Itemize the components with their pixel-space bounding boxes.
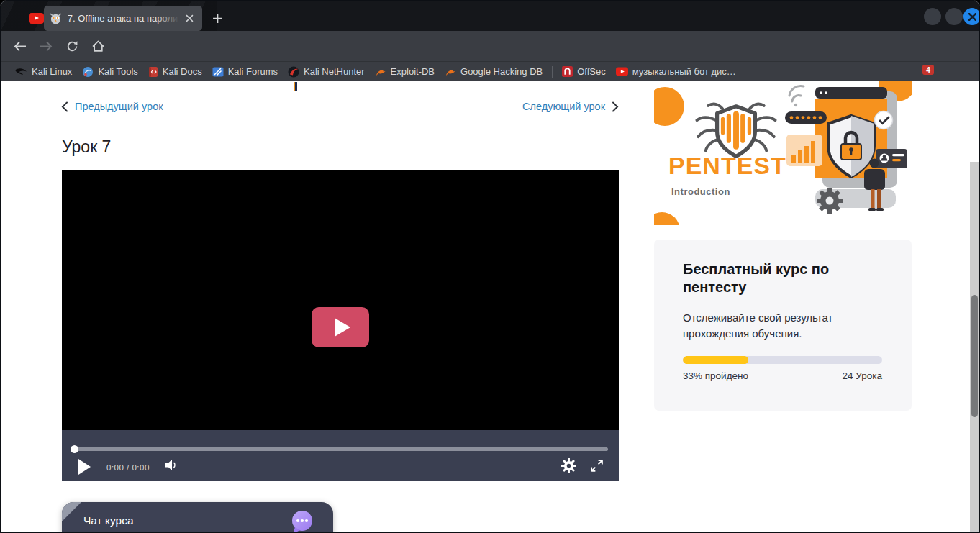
bookmark-label: музыкальный бот дис… (632, 66, 736, 77)
settings-gear-icon (561, 458, 576, 473)
previous-lesson-link[interactable]: Предыдущий урок (61, 101, 163, 112)
course-card-description: Отслеживайте свой результат прохождения … (683, 310, 884, 342)
lesson-title: Урок 7 (62, 137, 111, 157)
cutoff-heading-fragment (294, 82, 297, 91)
ghdb-bird-icon (445, 67, 456, 77)
next-lesson-label: Следующий урок (522, 101, 605, 112)
chevron-right-icon (612, 101, 619, 112)
bookmark-label: Kali Tools (98, 66, 137, 77)
security-illustration (785, 83, 912, 224)
extension-badge: 4 (922, 65, 934, 75)
offsec-icon (562, 66, 573, 77)
course-progress-fill (683, 356, 748, 364)
decor-circle (654, 212, 680, 225)
decor-circle (654, 87, 684, 126)
video-volume-button[interactable] (165, 459, 179, 474)
kali-tools-icon (82, 66, 94, 78)
tab-active[interactable]: 7. Offline атака на пароли (44, 6, 202, 31)
bookmark-offsec[interactable]: OffSec (557, 64, 611, 79)
kali-docs-icon (148, 66, 158, 78)
bookmark-label: Kali Linux (32, 66, 72, 77)
course-progress-bar (683, 356, 882, 364)
bookmark-label: Kali Docs (163, 66, 202, 77)
home-button[interactable] (88, 36, 108, 56)
kali-dragon-icon (14, 67, 27, 76)
bookmark-kali-docs[interactable]: Kali Docs (143, 64, 207, 80)
course-promo-image: PENTEST Introduction (654, 81, 912, 225)
chevron-left-icon (61, 101, 68, 112)
course-chat-widget[interactable]: Чат курса (62, 502, 333, 533)
bookmark-kali-forums[interactable]: Kali Forums (207, 64, 283, 80)
window-maximize-button[interactable] (945, 8, 963, 25)
volume-icon (165, 459, 179, 471)
browser-window: 7. Offline атака на пароли (0, 0, 980, 533)
exploit-db-bird-icon (375, 67, 386, 77)
close-icon (968, 13, 976, 21)
codeby-owl-favicon-icon (50, 12, 62, 24)
youtube-icon (616, 67, 628, 76)
chat-corner-fold (62, 502, 81, 521)
bookmark-label: Exploit-DB (391, 66, 435, 77)
bookmark-exploit-db[interactable]: Exploit-DB (370, 64, 440, 79)
bookmarks-separator (552, 66, 553, 78)
reload-icon (66, 40, 78, 53)
back-arrow-icon (14, 41, 27, 52)
forward-arrow-icon (40, 41, 53, 52)
video-area[interactable] (62, 170, 619, 430)
next-lesson-link[interactable]: Следующий урок (522, 101, 619, 112)
bookmark-music-bot[interactable]: музыкальный бот дис… (611, 64, 741, 79)
video-seek-bar[interactable] (73, 447, 608, 451)
course-progress-card: Бесплатный курс по пентесту Отслеживайте… (654, 240, 912, 411)
previous-lesson-label: Предыдущий урок (75, 101, 163, 112)
chat-title: Чат курса (83, 514, 134, 527)
page-scrollbar-thumb[interactable] (971, 295, 978, 417)
bookmark-label: OffSec (577, 66, 606, 77)
video-player: 0:00 / 0:00 (62, 170, 619, 481)
reload-button[interactable] (62, 36, 82, 56)
navigation-toolbar: https://codeby.school/training/view/urok… (1, 31, 980, 61)
youtube-icon (29, 13, 44, 24)
pinned-tab-youtube[interactable] (27, 12, 45, 24)
tab-bar: 7. Offline атака на пароли (1, 1, 980, 31)
video-big-play-button[interactable] (312, 307, 369, 347)
page-scrollbar-track[interactable] (970, 162, 979, 533)
plus-icon (212, 13, 223, 24)
video-time-display: 0:00 / 0:00 (106, 463, 150, 472)
progress-percent-label: 33% пройдено (683, 370, 748, 381)
close-icon (186, 14, 194, 22)
video-controls-bar: 0:00 / 0:00 (62, 430, 619, 481)
window-close-button[interactable] (963, 8, 980, 25)
promo-subtitle: Introduction (671, 186, 730, 197)
bookmark-kali-linux[interactable]: Kali Linux (9, 64, 77, 79)
page-content: Предыдущий урок Следующий урок Урок 7 0:… (1, 81, 980, 533)
home-icon (92, 40, 104, 52)
bookmark-label: Kali Forums (228, 66, 278, 77)
video-settings-button[interactable] (561, 458, 576, 476)
tab-close-button[interactable] (182, 12, 196, 26)
course-card-title: Бесплатный курс по пентесту (683, 260, 891, 296)
lessons-count-label: 24 Урока (843, 370, 882, 381)
new-tab-button[interactable] (208, 9, 227, 27)
bookmark-label: Google Hacking DB (460, 66, 543, 77)
fullscreen-icon (590, 459, 604, 473)
promo-brand-title: PENTEST (668, 152, 786, 180)
back-button[interactable] (10, 36, 30, 56)
bookmarks-bar: Kali Linux Kali Tools Kali Docs Kali For… (1, 61, 980, 81)
bookmark-label: Kali NetHunter (304, 66, 365, 77)
window-minimize-button[interactable] (924, 8, 941, 25)
video-fullscreen-button[interactable] (590, 459, 604, 475)
forward-button[interactable] (36, 36, 56, 56)
video-play-button[interactable] (78, 459, 93, 475)
bookmark-google-hacking-db[interactable]: Google Hacking DB (440, 64, 548, 79)
bookmark-kali-tools[interactable]: Kali Tools (77, 64, 142, 80)
chat-bubble-icon[interactable] (290, 510, 314, 533)
tab-title: 7. Offline атака на пароли (68, 13, 180, 24)
bookmark-kali-nethunter[interactable]: Kali NetHunter (283, 64, 370, 80)
kali-forums-icon (212, 66, 224, 78)
video-seek-handle[interactable] (71, 445, 78, 453)
kali-nethunter-icon (288, 66, 299, 78)
